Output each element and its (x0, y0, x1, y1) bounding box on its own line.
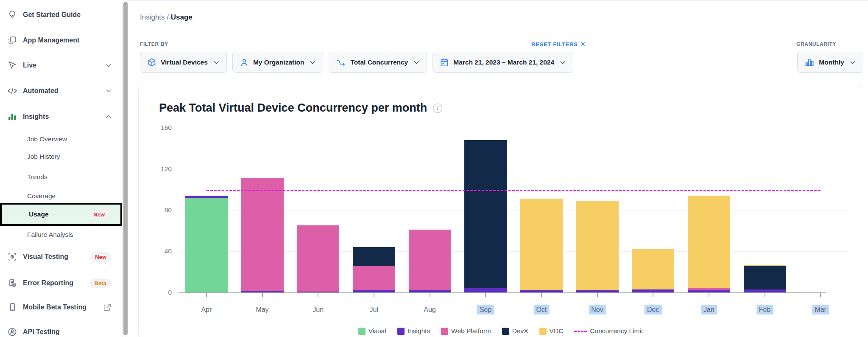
filter-dropdown-total-concurrency[interactable]: Total Concurrency (329, 52, 427, 73)
legend-dash-swatch (574, 331, 587, 332)
breadcrumb-separator: / (165, 13, 171, 21)
bar-segment-vdc[interactable] (688, 196, 730, 288)
filter-dropdown-my-organization[interactable]: My Organization (232, 52, 324, 73)
cube-icon (147, 58, 156, 67)
bar-segment-insights[interactable] (464, 288, 507, 292)
code-icon (7, 85, 18, 96)
sidebar-item-label: Usage (29, 211, 49, 218)
legend-swatch (539, 328, 547, 335)
granularity-dropdown[interactable]: Monthly (797, 52, 863, 73)
sidebar-scrollbar-thumb[interactable] (123, 2, 128, 335)
bar-segment-vdc[interactable] (632, 249, 674, 289)
bar-segment-devx[interactable] (744, 266, 786, 289)
bar-segment-devx[interactable] (464, 140, 507, 288)
sidebar-item-trends[interactable]: Trends (0, 170, 122, 184)
filter-dropdown-virtual-devices[interactable]: Virtual Devices (140, 52, 227, 73)
bar-segment-insights[interactable] (520, 290, 563, 292)
bar-jun[interactable] (297, 225, 339, 292)
sidebar-item-error-reporting[interactable]: Error ReportingBeta (0, 275, 122, 291)
bar-segment-visual[interactable] (185, 198, 228, 292)
bar-segment-web-platform[interactable] (353, 266, 395, 290)
x-axis-tick (374, 293, 374, 297)
bar-segment-insights[interactable] (297, 292, 339, 292)
bar-segment-insights[interactable] (576, 290, 619, 292)
bar-segment-insights[interactable] (409, 290, 451, 292)
x-axis-tick (206, 293, 207, 297)
reset-filters-button[interactable]: RESET FILTERS ✕ (531, 40, 586, 48)
bar-jan[interactable] (688, 196, 730, 292)
bar-oct[interactable] (520, 199, 563, 292)
legend-swatch (502, 328, 509, 335)
chevron-up-icon[interactable] (105, 113, 112, 120)
sidebar-item-label: Insights (23, 113, 49, 121)
chevron-down-icon[interactable] (105, 87, 112, 94)
bar-segment-insights[interactable] (241, 291, 284, 292)
bar-segment-web-platform[interactable] (409, 230, 451, 290)
chart-plot: 04080120160AprMayJunJulAugSepOctNovDecJa… (179, 128, 848, 292)
legend-item-web-platform[interactable]: Web Platform (441, 327, 491, 335)
sidebar-item-get-started-guide[interactable]: Get Started Guide (0, 7, 122, 23)
mobile-icon (7, 302, 18, 313)
sidebar-item-visual-testing[interactable]: Visual TestingNew (0, 249, 122, 265)
sidebar-item-job-overview[interactable]: Job Overview (0, 132, 122, 146)
chart-title: Peak Total Virtual Device Concurrency pe… (159, 101, 442, 115)
eye-icon (7, 251, 18, 262)
sidebar-item-app-management[interactable]: App Management (0, 32, 122, 48)
sidebar-scrollbar[interactable] (122, 0, 128, 337)
sidebar-item-api-testing[interactable]: API Testing (0, 324, 122, 337)
bar-segment-web-platform[interactable] (241, 178, 284, 291)
info-icon[interactable]: i (433, 104, 442, 113)
status-badge: New (89, 210, 109, 219)
legend-item-vdc[interactable]: VDC (539, 327, 564, 335)
reset-filters-label: RESET FILTERS (531, 41, 578, 48)
legend-label: VDC (550, 327, 564, 335)
sidebar-item-automated[interactable]: Automated (0, 83, 122, 99)
bar-aug[interactable] (409, 230, 451, 292)
bar-segment-vdc[interactable] (576, 201, 619, 290)
bar-dec[interactable] (632, 249, 674, 292)
bar-segment-insights[interactable] (688, 290, 730, 292)
sidebar-item-insights[interactable]: Insights (0, 109, 122, 125)
sidebar-item-mobile-beta-testing[interactable]: Mobile Beta Testing (0, 299, 122, 315)
sidebar-item-live[interactable]: Live (0, 57, 122, 73)
bar-segment-insights[interactable] (744, 289, 786, 292)
y-axis-tick-label: 40 (146, 247, 172, 255)
legend-item-concurrency-limit[interactable]: Concurrency Limit (574, 327, 643, 335)
concurrency-limit-line (207, 190, 821, 191)
bar-segment-vdc[interactable] (520, 199, 563, 290)
legend-label: DevX (512, 327, 528, 335)
sidebar-item-coverage[interactable]: Coverage (0, 189, 122, 203)
sidebar-item-failure-analysis[interactable]: Failure Analysis (0, 227, 122, 242)
filter-by-label: FILTER BY (140, 41, 168, 47)
x-axis-label-sep: Sep (477, 305, 494, 315)
bar-feb[interactable] (744, 265, 786, 292)
sidebar-item-label: Job Overview (27, 135, 67, 143)
filter-dropdown-march-21-2023-march-21-2024[interactable]: March 21, 2023 – March 21, 2024 (433, 52, 573, 73)
sidebar-item-job-history[interactable]: Job History (0, 149, 122, 164)
legend-label: Visual (368, 327, 386, 335)
bar-nov[interactable] (576, 201, 619, 292)
bar-may[interactable] (241, 178, 284, 292)
sidebar-item-label: Failure Analysis (27, 231, 73, 239)
chevron-down-icon[interactable] (105, 62, 112, 69)
bar-jul[interactable] (353, 247, 395, 292)
bar-apr[interactable] (185, 196, 228, 292)
sidebar-item-label: Trends (27, 173, 47, 181)
bar-segment-web-platform[interactable] (297, 225, 339, 291)
bar-segment-insights[interactable] (632, 289, 674, 292)
bar-segment-insights[interactable] (353, 290, 395, 292)
bar-segment-devx[interactable] (353, 247, 395, 266)
y-axis-tick-label: 160 (146, 124, 172, 132)
status-badge: Beta (90, 278, 111, 288)
legend-item-visual[interactable]: Visual (358, 327, 386, 335)
chevron-down-icon (849, 59, 856, 66)
x-axis-tick (709, 293, 709, 297)
legend-item-devx[interactable]: DevX (502, 327, 528, 335)
legend-item-insights[interactable]: Insights (397, 327, 430, 335)
breadcrumb-parent[interactable]: Insights (140, 13, 165, 21)
x-axis-label-feb: Feb (756, 305, 773, 315)
external-link-icon[interactable] (103, 303, 112, 312)
sidebar-item-usage[interactable]: UsageNew (0, 203, 122, 226)
x-axis-tick (597, 293, 598, 297)
bar-sep[interactable] (464, 140, 507, 292)
